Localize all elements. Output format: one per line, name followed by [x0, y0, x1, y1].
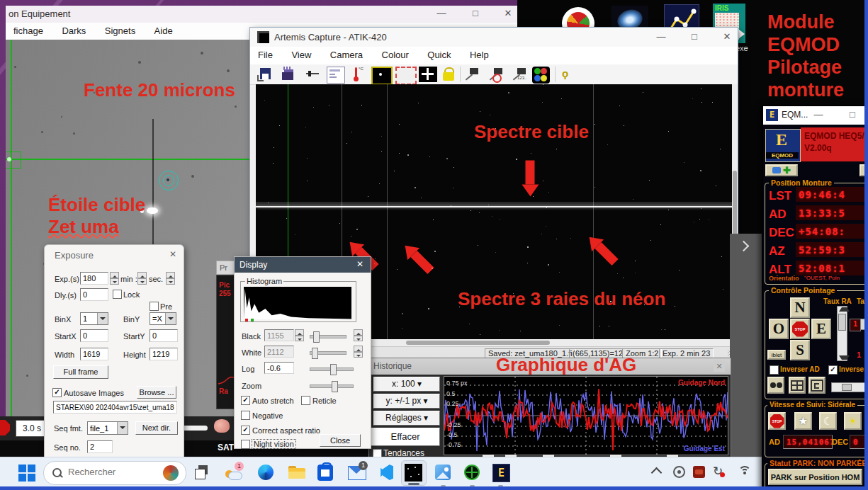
menu-signets[interactable]: Signets: [97, 23, 143, 39]
menu-aide[interactable]: Aide: [147, 23, 181, 39]
biny-dropdown[interactable]: =X: [150, 312, 176, 325]
park-button[interactable]: PARK sur Position HOM: [768, 469, 862, 485]
task-view-icon[interactable]: [195, 465, 209, 479]
subframe-dialog-icon[interactable]: [327, 67, 345, 84]
tracking-stop-button[interactable]: STOP: [768, 412, 786, 430]
startx-input[interactable]: [80, 329, 108, 342]
target-frame-icon[interactable]: [371, 67, 393, 85]
vscode-icon[interactable]: [380, 465, 393, 480]
menu-darks[interactable]: Darks: [54, 23, 94, 39]
height-input[interactable]: [150, 348, 178, 360]
slew-south-button[interactable]: S: [790, 340, 810, 360]
histogram-black-marker[interactable]: [245, 319, 248, 321]
equipement-close-button[interactable]: ✕: [497, 8, 519, 18]
auto-stretch-checkbox[interactable]: [241, 396, 250, 405]
brain-icon[interactable]: [214, 419, 230, 433]
slew-north-button[interactable]: N: [790, 297, 810, 318]
equipement-maximize-button[interactable]: □: [465, 8, 486, 18]
correct-aspect-checkbox[interactable]: [241, 426, 250, 435]
edge-icon[interactable]: [258, 465, 274, 480]
wifi-tray-icon[interactable]: [738, 466, 751, 476]
effacer-button[interactable]: Effacer: [371, 428, 440, 446]
solar-rate-button[interactable]: ☀: [844, 412, 862, 430]
menu-file[interactable]: File: [250, 47, 281, 63]
eqmod-expand-button[interactable]: ✚: [765, 164, 798, 176]
search-object-button[interactable]: [767, 377, 784, 394]
reticle-checkbox[interactable]: [301, 396, 310, 405]
equipement-titlebar[interactable]: on Equipement — □ ✕: [6, 6, 517, 23]
save-icon[interactable]: [257, 67, 274, 82]
binx-dropdown[interactable]: 1: [80, 312, 108, 325]
inverser-dec-checkbox[interactable]: [828, 365, 838, 375]
display-close-button[interactable]: Close: [320, 434, 361, 447]
guider-stop-icon[interactable]: [0, 420, 10, 435]
weather-widget-icon[interactable]: 1: [225, 465, 242, 482]
exp-input[interactable]: [80, 272, 108, 285]
equipement-minimize-button[interactable]: —: [431, 8, 452, 18]
exposure-close-button[interactable]: ✕: [169, 249, 176, 259]
artemis-maximize-button[interactable]: □: [684, 31, 705, 42]
starty-input[interactable]: [150, 329, 178, 342]
min-spinner[interactable]: [137, 272, 147, 285]
black-input[interactable]: [264, 329, 294, 341]
zoom-slider[interactable]: [310, 384, 354, 388]
menu-view[interactable]: View: [283, 47, 319, 63]
eqmod-titlebar[interactable]: E EQM... — □: [763, 106, 867, 125]
sidereal-rate-button[interactable]: ★: [794, 412, 812, 430]
artemis-hscroll-thumb[interactable]: [406, 341, 550, 345]
grid-button[interactable]: [789, 377, 806, 394]
zoom-pan-icon[interactable]: [464, 67, 481, 82]
autosave-checkbox[interactable]: [52, 388, 62, 397]
slew-west-button[interactable]: O: [769, 319, 789, 339]
seq-fmt-dropdown[interactable]: file_1: [87, 421, 128, 435]
artemis-titlebar[interactable]: Artemis Capture - ATIK-420 — □ ✕: [250, 28, 738, 47]
scale-y-button[interactable]: y: +/-1 px ▾: [373, 394, 440, 409]
sec-spinner[interactable]: [166, 272, 175, 285]
display-close-icon[interactable]: ✕: [356, 259, 363, 269]
marquee-icon[interactable]: [395, 67, 417, 85]
crosshair-icon[interactable]: [419, 67, 437, 82]
cooler-slider-icon[interactable]: [305, 67, 322, 82]
menu-colour[interactable]: Colour: [374, 47, 417, 63]
temperature-icon[interactable]: °C: [349, 67, 366, 82]
guider-slider[interactable]: [181, 426, 208, 431]
width-input[interactable]: [80, 348, 108, 360]
tray-chevron-icon[interactable]: [651, 467, 663, 479]
file-explorer-icon[interactable]: [288, 466, 305, 479]
store-icon[interactable]: [317, 465, 333, 481]
start-button[interactable]: [18, 465, 35, 482]
lock-checkbox[interactable]: [113, 290, 122, 299]
exp-spinner[interactable]: [110, 272, 119, 285]
historique-close-button[interactable]: ✕: [714, 360, 725, 372]
dly-input[interactable]: [80, 288, 108, 301]
eqmod-maximize-button[interactable]: □: [845, 109, 859, 120]
night-vision-checkbox[interactable]: [241, 440, 250, 449]
lock-icon[interactable]: [443, 67, 454, 82]
full-frame-button[interactable]: Full frame: [53, 365, 108, 379]
pointage-hscroll[interactable]: [831, 382, 868, 392]
slew-east-button[interactable]: E: [811, 319, 831, 339]
black-spinner[interactable]: [295, 329, 304, 341]
taux-ra-value[interactable]: 1: [850, 319, 861, 331]
white-slider[interactable]: [310, 351, 346, 355]
red-app-tray-icon[interactable]: [693, 466, 705, 478]
white-input[interactable]: [264, 346, 294, 358]
display-titlebar[interactable]: Display ✕: [235, 257, 371, 273]
black-slider[interactable]: [310, 335, 346, 338]
sync-tray-icon[interactable]: ↻: [713, 464, 723, 479]
help-icon[interactable]: ϙ: [562, 67, 568, 79]
pre-checkbox[interactable]: [150, 302, 159, 311]
eqmod-taskbar-icon[interactable]: E: [492, 464, 510, 482]
chevron-right-icon[interactable]: [738, 241, 750, 252]
autosave-path-input[interactable]: [53, 401, 177, 414]
colour-wheel-icon[interactable]: [532, 67, 550, 84]
artemis-close-button[interactable]: ✕: [716, 31, 738, 42]
black-spinner2[interactable]: [354, 329, 363, 341]
white-spinner[interactable]: [354, 346, 363, 358]
slew-stop-button[interactable]: STOP: [790, 319, 810, 339]
search-box[interactable]: [43, 461, 186, 485]
artemis-taskbar-icon[interactable]: [401, 460, 427, 486]
profile-title[interactable]: Pr: [216, 261, 235, 275]
log-input[interactable]: [264, 362, 294, 374]
browse-button[interactable]: Browse ...: [137, 386, 176, 399]
